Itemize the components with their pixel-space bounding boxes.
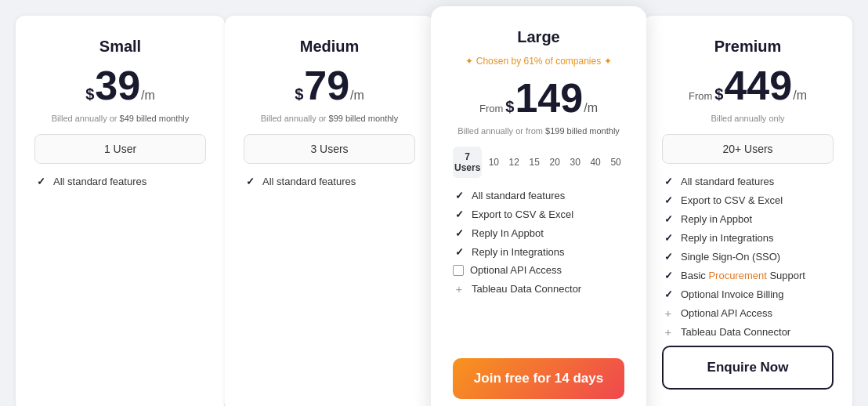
check-icon: ✓	[662, 212, 675, 225]
check-icon: ✓	[662, 288, 675, 300]
feature-label: Optional Invoice Billing	[681, 288, 784, 300]
check-icon: ✓	[662, 269, 675, 281]
feature-label: Tableau Data Connector	[472, 283, 581, 295]
feature-label: Basic Procurement Support	[681, 270, 805, 281]
plan-medium-billing: Billed annually or $99 billed monthly	[244, 114, 415, 123]
list-item: ✓ Reply in Appbot	[662, 212, 834, 225]
pricing-container: Small $ 39 /m Billed annually or $49 bil…	[16, 16, 852, 406]
list-item: ✓ Export to CSV & Excel	[662, 194, 834, 206]
user-tab-10[interactable]: 10	[485, 147, 502, 178]
plan-premium: Premium From $ 449 /m Billed annually on…	[643, 16, 852, 406]
plan-premium-cta[interactable]: Enquire Now	[662, 346, 834, 390]
check-icon: ✓	[453, 189, 465, 201]
feature-label: All standard features	[262, 176, 356, 187]
plan-small-features: ✓ All standard features	[34, 175, 206, 390]
check-icon: ✓	[453, 245, 465, 258]
feature-label: All standard features	[53, 176, 146, 187]
plan-medium-dollar: $	[295, 86, 303, 102]
plan-large-amount: 149	[515, 78, 583, 118]
list-item: ✓ Optional Invoice Billing	[662, 288, 834, 300]
plan-medium-users[interactable]: 3 Users	[244, 134, 415, 164]
list-item: + Tableau Data Connector	[453, 282, 624, 295]
list-item: ✓ All standard features	[244, 175, 415, 187]
list-item: ✓ All standard features	[453, 189, 624, 201]
plan-premium-features: ✓ All standard features ✓ Export to CSV …	[662, 175, 834, 338]
plan-large-features: ✓ All standard features ✓ Export to CSV …	[453, 189, 624, 350]
check-icon: ✓	[453, 208, 465, 220]
feature-label: Reply in Integrations	[472, 246, 565, 258]
plus-icon: +	[662, 325, 675, 338]
feature-label: Reply in Integrations	[681, 232, 774, 244]
list-item: ✓ Reply in Integrations	[662, 231, 834, 244]
check-icon: ✓	[662, 231, 675, 244]
check-icon: ✓	[34, 175, 47, 187]
plan-small-amount: 39	[95, 65, 140, 106]
plan-premium-billing: Billed annually only	[662, 114, 834, 123]
feature-label: Tableau Data Connector	[681, 326, 790, 338]
list-item: + Tableau Data Connector	[662, 325, 834, 338]
plan-medium-price-row: $ 79 /m	[244, 65, 415, 106]
plan-small-period: /m	[141, 89, 155, 103]
plan-large: Large ✦ Chosen by 61% of companies ✦ Fro…	[431, 6, 646, 406]
plan-large-billing: Billed annually or from $199 billed mont…	[453, 126, 624, 136]
list-item: ✓ All standard features	[34, 175, 206, 187]
feature-label: Optional API Access	[681, 307, 772, 319]
user-tab-20[interactable]: 20	[546, 147, 563, 178]
feature-label: All standard features	[681, 176, 774, 187]
plan-premium-dollar: $	[714, 86, 723, 102]
plan-medium-name: Medium	[244, 38, 415, 56]
check-icon: ✓	[662, 175, 675, 187]
check-icon: ✓	[662, 194, 675, 206]
feature-label: Reply In Appbot	[472, 227, 544, 239]
feature-label: Optional API Access	[470, 264, 562, 276]
user-tab-7[interactable]: 7 Users	[453, 147, 482, 178]
plan-premium-from: From	[689, 90, 712, 102]
plan-large-cta[interactable]: Join free for 14 days	[453, 358, 624, 399]
user-tab-15[interactable]: 15	[526, 147, 543, 178]
procurement-link[interactable]: Procurement	[708, 270, 766, 281]
check-icon: ✓	[453, 227, 465, 239]
plan-small-price-row: $ 39 /m	[34, 65, 206, 106]
feature-label: Single Sign-On (SSO)	[681, 251, 780, 263]
plan-small-billing-alt: $49 billed monthly	[120, 114, 190, 123]
plan-small: Small $ 39 /m Billed annually or $49 bil…	[16, 16, 225, 406]
plan-medium: Medium $ 79 /m Billed annually or $99 bi…	[225, 16, 434, 406]
user-tab-30[interactable]: 30	[566, 147, 584, 178]
plan-premium-price-row: From $ 449 /m	[662, 65, 834, 106]
checkbox-icon	[453, 265, 464, 276]
user-tab-12[interactable]: 12	[505, 147, 523, 178]
plan-premium-period: /m	[793, 89, 807, 103]
list-item: ✓ Reply In Appbot	[453, 227, 624, 239]
plan-premium-amount: 449	[724, 65, 792, 106]
list-item: ✓ All standard features	[662, 175, 834, 187]
feature-label: Reply in Appbot	[681, 213, 752, 225]
feature-label: Export to CSV & Excel	[681, 194, 783, 206]
list-item: ✓ Export to CSV & Excel	[453, 208, 624, 220]
user-tab-40[interactable]: 40	[587, 147, 604, 178]
plan-small-users[interactable]: 1 User	[34, 134, 206, 164]
list-item: ✓ Basic Procurement Support	[662, 269, 834, 281]
plan-small-name: Small	[34, 38, 206, 56]
plan-large-badge: ✦ Chosen by 61% of companies ✦	[453, 56, 624, 67]
plan-large-name: Large	[453, 28, 624, 46]
list-item: + Optional API Access	[662, 306, 834, 319]
plan-medium-amount: 79	[304, 65, 349, 106]
list-item: Optional API Access	[453, 264, 624, 276]
user-tab-50[interactable]: 50	[607, 147, 624, 178]
plan-large-billing-alt: $199 billed monthly	[545, 126, 620, 136]
plan-large-period: /m	[584, 101, 598, 115]
plan-small-dollar: $	[85, 86, 94, 102]
plan-large-price-row: From $ 149 /m	[453, 78, 624, 118]
list-item: ✓ Single Sign-On (SSO)	[662, 250, 834, 263]
plan-medium-features: ✓ All standard features	[244, 175, 415, 390]
check-icon: ✓	[244, 175, 256, 187]
plan-premium-users[interactable]: 20+ Users	[662, 134, 834, 164]
plan-premium-name: Premium	[662, 38, 834, 56]
plus-icon: +	[453, 282, 465, 295]
plan-large-dollar: $	[505, 99, 514, 114]
feature-label: All standard features	[472, 190, 565, 201]
feature-label: Export to CSV & Excel	[472, 208, 573, 220]
plus-icon: +	[662, 306, 675, 319]
plan-small-billing: Billed annually or $49 billed monthly	[34, 114, 206, 123]
plan-medium-billing-alt: $99 billed monthly	[329, 114, 399, 123]
